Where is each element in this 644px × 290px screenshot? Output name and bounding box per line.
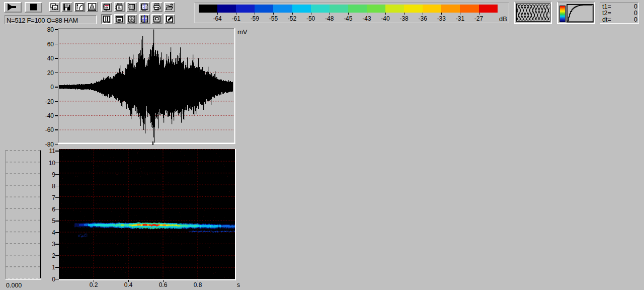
svg-text:S: S — [145, 5, 148, 10]
